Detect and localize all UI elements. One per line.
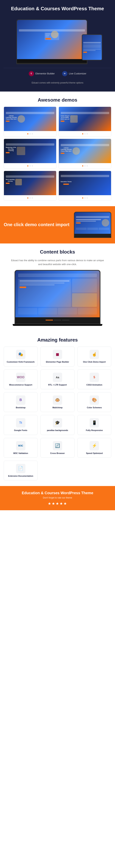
import-text: One click demo content import bbox=[4, 222, 70, 227]
feature-docs: 📄 Extensive Documentation bbox=[4, 461, 37, 480]
demo-card-1[interactable]: A BetterLearning JourneyFuture Start Her… bbox=[4, 106, 56, 136]
hero-mockup bbox=[13, 16, 102, 64]
hero-title: Education & Courses WordPress Theme bbox=[4, 6, 111, 12]
footer-subtitle: Don't forget to rate our theme bbox=[4, 496, 111, 499]
bootstrap-label: Bootstrap bbox=[16, 406, 26, 409]
customizer-icon: 👁 bbox=[62, 71, 67, 76]
google-fonts-icon: Tt bbox=[16, 418, 25, 428]
feature-google-fonts: Tt Google Fonts bbox=[4, 415, 37, 435]
color-schemes-icon: 🎨 bbox=[90, 395, 99, 405]
feature-elementor: ▦ Elementor Page Builder bbox=[40, 347, 74, 366]
feature-rtl: Aa RTL + LTR Support bbox=[40, 370, 74, 389]
elementor-builder-icon: ▦ bbox=[53, 350, 62, 359]
features-bar: E Elementor Builder 👁 Live Customizer bbox=[4, 68, 111, 79]
feature-color: 🎨 Color Schemes bbox=[78, 392, 111, 412]
rtl-icon: Aa bbox=[53, 373, 62, 382]
demo-footer-1 bbox=[4, 131, 56, 136]
docs-icon: 📄 bbox=[16, 464, 25, 473]
demo-card-4[interactable]: A BetterLearning JourneyFuture Start Her… bbox=[59, 139, 111, 168]
speed-icon: ⚡ bbox=[90, 441, 99, 451]
one-click-label: One Click Demo Import bbox=[83, 361, 106, 363]
color-schemes-label: Color Schemes bbox=[87, 406, 102, 409]
footer-stars: ★★★★★ bbox=[4, 501, 111, 506]
woo-icon: WOO bbox=[16, 373, 25, 382]
content-blocks-section: Content blocks Eduact has the ability to… bbox=[0, 244, 115, 332]
features-section: Amazing features 🎭 Customizer Kirki Fram… bbox=[0, 332, 115, 486]
mailchimp-icon: 🐵 bbox=[53, 395, 62, 405]
import-title: One click demo content import bbox=[4, 222, 70, 227]
customizer-feature: 👁 Live Customizer bbox=[62, 71, 86, 76]
docs-label: Extensive Documentation bbox=[8, 475, 33, 477]
feature-mailchimp: 🐵 Mailchimp bbox=[40, 392, 74, 412]
parallax-icon: 🎓 bbox=[53, 418, 62, 428]
rtl-label: RTL + LTR Support bbox=[48, 383, 67, 386]
demo-card-6[interactable]: Education Theme bbox=[59, 171, 111, 200]
footer-title: Education & Courses WordPress Theme bbox=[4, 491, 111, 495]
hero-description: Eduact comes with extremly powerful them… bbox=[4, 82, 111, 88]
demo-card-3[interactable]: Beginning of theNew WayLearning bbox=[4, 139, 56, 168]
showcase-laptop bbox=[15, 270, 100, 324]
demo-screen-6: Education Theme bbox=[59, 171, 111, 195]
elementor-icon: E bbox=[29, 71, 34, 76]
demo-footer-5 bbox=[4, 195, 56, 200]
demos-title: Awesome demos bbox=[4, 97, 111, 103]
feature-customizer: 🎭 Customizer Kirki Framework bbox=[4, 347, 37, 366]
showcase-screen bbox=[15, 271, 100, 317]
laptop-frame bbox=[17, 20, 87, 64]
customizer-label: Live Customizer bbox=[69, 72, 86, 75]
feature-cross-browser: 🔄 Cross Browser bbox=[40, 438, 74, 458]
css3-label: CSS3 Animation bbox=[86, 383, 102, 386]
demo-screen-3: Beginning of theNew WayLearning bbox=[4, 139, 56, 163]
demo-screen-2: Come shop atus no matterwhere you are bbox=[59, 107, 111, 131]
features-grid: 🎭 Customizer Kirki Framework ▦ Elementor… bbox=[4, 347, 111, 480]
feature-css3: 5 CSS3 Animation bbox=[78, 370, 111, 389]
woo-label: Woocommerce Support bbox=[9, 383, 32, 386]
demo-card-5[interactable]: Best LearningJourney bbox=[4, 171, 56, 200]
css3-icon: 5 bbox=[90, 373, 99, 382]
tablet-frame bbox=[82, 34, 102, 60]
feature-bootstrap: B Bootstrap bbox=[4, 392, 37, 412]
demo-footer-6 bbox=[59, 195, 111, 200]
feature-parallax: 🎓 parallax backgrounds bbox=[40, 415, 74, 435]
elementor-feature: E Elementor Builder bbox=[29, 71, 55, 76]
w3c-icon: W3C bbox=[16, 441, 25, 451]
parallax-label: parallax backgrounds bbox=[47, 429, 68, 432]
demo-footer-3 bbox=[4, 163, 56, 168]
customizer-framework-icon: 🎭 bbox=[16, 350, 25, 359]
cross-browser-icon: 🔄 bbox=[53, 441, 62, 451]
customizer-framework-label: Customizer Kirki Framework bbox=[7, 361, 34, 363]
feature-responsive: 📱 Fully Responsive bbox=[78, 415, 111, 435]
w3c-label: W3C Validation bbox=[13, 452, 28, 455]
elementor-builder-label: Elementor Page Builder bbox=[46, 361, 69, 363]
tablet-screen bbox=[82, 35, 102, 60]
hero-section: Education & Courses WordPress Theme bbox=[0, 0, 115, 92]
google-fonts-label: Google Fonts bbox=[14, 429, 27, 432]
features-title: Amazing features bbox=[4, 337, 111, 343]
import-screen bbox=[75, 212, 111, 234]
feature-one-click: ☝️ One Click Demo Import bbox=[78, 347, 111, 366]
elementor-label: Elementor Builder bbox=[35, 72, 55, 75]
import-mockup bbox=[74, 212, 111, 238]
bootstrap-icon: B bbox=[16, 395, 25, 405]
responsive-label: Fully Responsive bbox=[86, 429, 103, 432]
feature-w3c: W3C W3C Validation bbox=[4, 438, 37, 458]
demo-card-2[interactable]: Come shop atus no matterwhere you are bbox=[59, 106, 111, 136]
feature-speed: ⚡ Speed Optimized bbox=[78, 438, 111, 458]
mailchimp-label: Mailchimp bbox=[53, 406, 62, 409]
content-blocks-description: Eduact has the ability to combine variou… bbox=[11, 258, 104, 267]
import-section: One click demo content import bbox=[0, 206, 115, 244]
laptop-base bbox=[17, 63, 87, 64]
demos-section: Awesome demos A BetterLearning JourneyFu… bbox=[0, 92, 115, 206]
demo-screen-1: A BetterLearning JourneyFuture Start Her… bbox=[4, 107, 56, 131]
content-blocks-title: Content blocks bbox=[4, 249, 111, 255]
feature-woo: WOO Woocommerce Support bbox=[4, 370, 37, 389]
demo-footer-4 bbox=[59, 163, 111, 168]
speed-label: Speed Optimized bbox=[86, 452, 103, 455]
cross-browser-label: Cross Browser bbox=[50, 452, 65, 455]
responsive-icon: 📱 bbox=[90, 418, 99, 428]
one-click-icon: ☝️ bbox=[90, 350, 99, 359]
demos-grid: A BetterLearning JourneyFuture Start Her… bbox=[4, 106, 111, 200]
demo-screen-5: Best LearningJourney bbox=[4, 171, 56, 195]
demo-screen-4: A BetterLearning JourneyFuture Start Her… bbox=[59, 139, 111, 163]
footer-section: Education & Courses WordPress Theme Don'… bbox=[0, 486, 115, 510]
